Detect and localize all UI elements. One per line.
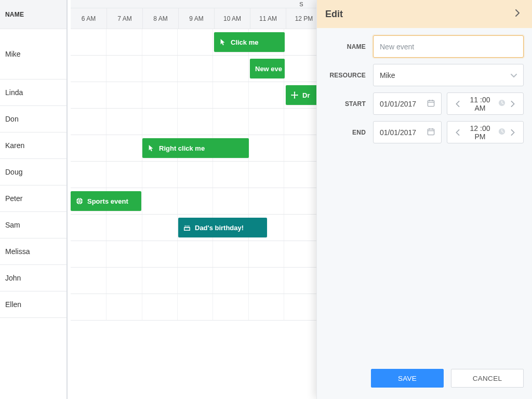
- schedule-cell[interactable]: [106, 241, 141, 267]
- schedule-cell[interactable]: [142, 215, 177, 241]
- schedule-cell[interactable]: [284, 268, 319, 294]
- schedule-cell[interactable]: [212, 294, 248, 320]
- schedule-cell[interactable]: [71, 29, 106, 55]
- event-click-me[interactable]: Click me: [214, 32, 285, 52]
- schedule-cell[interactable]: [106, 56, 141, 82]
- schedule-cell[interactable]: [106, 109, 141, 135]
- schedule-cell[interactable]: [212, 268, 248, 294]
- resource-name-cell[interactable]: John: [0, 265, 66, 291]
- event-sports-event[interactable]: Sports event: [71, 191, 141, 211]
- schedule-cell[interactable]: [71, 294, 106, 320]
- schedule-cell[interactable]: [284, 109, 319, 135]
- schedule-cell[interactable]: [284, 29, 319, 55]
- schedule-cell[interactable]: [177, 56, 212, 82]
- schedule-cell[interactable]: [248, 294, 284, 320]
- end-date-input[interactable]: 01/01/2017: [373, 121, 442, 143]
- schedule-cell[interactable]: [248, 188, 284, 214]
- schedule-cell[interactable]: [177, 241, 212, 267]
- schedule-cell[interactable]: [106, 135, 141, 161]
- schedule-cell[interactable]: [142, 56, 177, 82]
- schedule-cell[interactable]: [142, 294, 177, 320]
- event-drag-me[interactable]: Dr: [286, 85, 321, 105]
- schedule-cell[interactable]: [142, 162, 177, 188]
- schedule-cell[interactable]: [177, 294, 212, 320]
- resource-name-cell[interactable]: Mike: [0, 29, 66, 79]
- panel-collapse-button[interactable]: [511, 8, 524, 20]
- schedule-cell[interactable]: [284, 135, 319, 161]
- schedule-cell[interactable]: [248, 241, 284, 267]
- schedule-cell[interactable]: [248, 268, 284, 294]
- resource-name-cell[interactable]: Ellen: [0, 291, 66, 318]
- end-date-value: 01/01/2017: [380, 128, 416, 137]
- schedule-cell[interactable]: [284, 56, 319, 82]
- schedule-cell[interactable]: [106, 162, 141, 188]
- schedule-cell[interactable]: [106, 215, 141, 241]
- svg-point-1: [185, 225, 186, 227]
- start-label: START: [325, 100, 366, 108]
- schedule-cell[interactable]: [177, 268, 212, 294]
- schedule-cell[interactable]: [212, 56, 248, 82]
- schedule-cell[interactable]: [212, 109, 248, 135]
- resource-name-cell[interactable]: Linda: [0, 79, 66, 106]
- schedule-cell[interactable]: [212, 82, 248, 108]
- schedule-cell[interactable]: [142, 109, 177, 135]
- schedule-cell[interactable]: [71, 268, 106, 294]
- schedule-cell[interactable]: [248, 82, 284, 108]
- schedule-cell[interactable]: [284, 188, 319, 214]
- resource-name-cell[interactable]: Doug: [0, 159, 66, 185]
- schedule-cell[interactable]: [142, 29, 177, 55]
- schedule-cell[interactable]: [106, 294, 141, 320]
- schedule-cell[interactable]: [71, 215, 106, 241]
- schedule-cell[interactable]: [71, 162, 106, 188]
- schedule-cell[interactable]: [212, 188, 248, 214]
- resource-name-cell[interactable]: Sam: [0, 212, 66, 238]
- schedule-cell[interactable]: [177, 188, 212, 214]
- schedule-cell[interactable]: [71, 135, 106, 161]
- schedule-cell[interactable]: [284, 162, 319, 188]
- schedule-cell[interactable]: [284, 215, 319, 241]
- resource-name-cell[interactable]: Karen: [0, 132, 66, 159]
- save-button[interactable]: SAVE: [371, 369, 444, 388]
- schedule-cell[interactable]: [284, 241, 319, 267]
- event-dads-birthday[interactable]: Dad's birthday!: [178, 218, 267, 237]
- time-next-button[interactable]: [509, 129, 517, 136]
- schedule-cell[interactable]: [71, 82, 106, 108]
- event-new-event[interactable]: New eve: [250, 59, 285, 78]
- resource-name-cell[interactable]: Melissa: [0, 238, 66, 265]
- schedule-cell[interactable]: [142, 268, 177, 294]
- schedule-cell[interactable]: [106, 82, 141, 108]
- schedule-cell[interactable]: [106, 29, 141, 55]
- move-icon: [291, 91, 298, 99]
- schedule-cell[interactable]: [142, 188, 177, 214]
- schedule-cell[interactable]: [248, 135, 284, 161]
- schedule-cell[interactable]: [106, 268, 141, 294]
- resource-name-cell[interactable]: Don: [0, 106, 66, 132]
- resource-name-cell[interactable]: Peter: [0, 185, 66, 212]
- resource-select[interactable]: Mike: [373, 64, 524, 86]
- schedule-cell[interactable]: [248, 109, 284, 135]
- schedule-cell[interactable]: [177, 162, 212, 188]
- event-right-click[interactable]: Right click me: [142, 138, 249, 158]
- end-time-input[interactable]: 12 :00 PM: [447, 121, 524, 143]
- schedule-cell[interactable]: [71, 241, 106, 267]
- time-prev-button[interactable]: [454, 101, 462, 107]
- schedule-cell[interactable]: [142, 82, 177, 108]
- schedule-cell[interactable]: [142, 241, 177, 267]
- schedule-cell[interactable]: [71, 56, 106, 82]
- name-input[interactable]: [380, 43, 517, 51]
- schedule-cell[interactable]: [177, 29, 212, 55]
- start-date-input[interactable]: 01/01/2017: [373, 92, 442, 115]
- schedule-cell[interactable]: [177, 109, 212, 135]
- calendar-icon: [427, 99, 435, 109]
- schedule-cell[interactable]: [212, 241, 248, 267]
- schedule-cell[interactable]: [248, 162, 284, 188]
- start-time-input[interactable]: 11 :00 AM: [447, 92, 524, 115]
- time-prev-button[interactable]: [454, 129, 462, 136]
- schedule-cell[interactable]: [212, 162, 248, 188]
- time-next-button[interactable]: [509, 101, 517, 107]
- cancel-button[interactable]: CANCEL: [451, 369, 524, 388]
- schedule-cell[interactable]: [177, 82, 212, 108]
- schedule-cell[interactable]: [71, 109, 106, 135]
- chevron-right-icon: [515, 9, 520, 19]
- schedule-cell[interactable]: [284, 294, 319, 320]
